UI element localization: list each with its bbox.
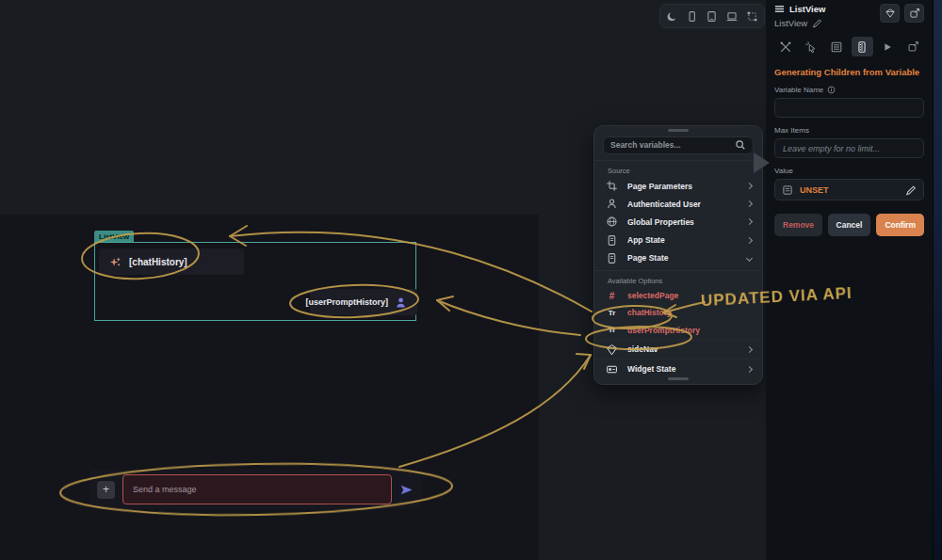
panel-actions: Remove Cancel Confirm [774,214,924,236]
variable-name-input[interactable] [774,98,924,118]
variable-name-label: Variable Name [774,86,924,94]
chevron-right-icon [746,200,753,207]
search-icon [735,139,746,151]
option-item-widget-state[interactable]: Widget State [594,360,762,377]
hash-icon: # [605,289,619,303]
gem-button[interactable] [880,4,900,23]
widget-icon [605,362,619,376]
value-text: UNSET [800,185,899,195]
popup-drag-handle[interactable] [668,377,689,380]
cancel-button[interactable]: Cancel [828,214,871,236]
available-options-label: Available Options [594,271,762,287]
desktop-wallpaper-strip [933,0,942,560]
hamburger-icon [774,4,785,14]
canvas-select-icon[interactable] [744,8,761,24]
chevron-right-icon [746,183,753,189]
chat-input-bar: + [89,470,421,509]
popup-divider [594,340,762,341]
remove-button[interactable]: Remove [774,214,822,236]
tab-export-icon[interactable] [902,37,924,56]
add-attachment-button[interactable]: + [97,481,115,499]
canvas-listview-frame[interactable]: ListView [chatHistory] [userPromptHistor… [94,242,416,321]
properties-panel: ListView ListView [766,0,933,560]
source-item-app-state[interactable]: App State [594,232,762,249]
person-icon [394,296,408,310]
panel-header: ListView ListView [774,4,924,28]
panel-tabs [774,37,924,56]
user-icon [605,197,619,211]
section-title: Generating Children from Variable [774,67,924,77]
device-preview-toolbar [659,4,765,28]
user-prompt-history-label: [userPromptHistory] [305,297,388,307]
value-label: Value [774,167,924,175]
tab-style-tools-icon[interactable] [774,37,796,56]
option-item-side-nav[interactable]: sideNav [594,342,762,358]
text-type-icon: Tr [605,323,619,337]
user-prompt-history-binding-chip[interactable]: [userPromptHistory] [310,289,417,315]
popup-drag-handle[interactable] [668,129,689,132]
gem-icon [605,343,619,357]
listview-selection-tag: ListView [94,231,134,242]
tablet-icon[interactable] [704,8,721,24]
variables-popup: Source Page Parameters Authenticated Use… [593,125,763,385]
component-name-row[interactable]: ListView [774,18,875,28]
source-section-label: Source [594,161,762,177]
chevron-right-icon [746,366,753,373]
sparkle-icon [108,255,122,269]
option-item-chat-history[interactable]: Tr chatHistory [594,304,762,321]
popup-divider [594,359,762,360]
breadcrumb[interactable]: ListView [774,4,875,14]
component-name-label: ListView [774,18,807,28]
popup-anchor-arrow [754,152,770,173]
variable-search-field[interactable] [603,136,754,154]
pencil-icon[interactable] [812,18,822,28]
laptop-icon[interactable] [723,8,740,24]
confirm-button[interactable]: Confirm [876,214,924,236]
text-type-icon: Tr [605,306,619,320]
tab-data-binding-icon[interactable] [852,37,873,56]
smartphone-icon[interactable] [684,8,701,24]
source-item-global-properties[interactable]: Global Properties [594,213,762,231]
chevron-right-icon [746,346,753,353]
globe-icon [605,215,619,229]
option-item-selected-page[interactable]: # selectedPage [594,287,762,304]
tab-play-icon[interactable] [877,37,899,56]
message-input[interactable] [122,474,392,504]
pencil-icon[interactable] [905,184,917,196]
tab-interactions-icon[interactable] [800,37,821,56]
app-window: ListView [chatHistory] [userPromptHistor… [0,0,942,560]
source-item-page-state[interactable]: Page State [594,249,762,267]
source-item-authenticated-user[interactable]: Authenticated User [594,195,762,213]
chevron-right-icon [746,218,753,225]
tab-list-icon[interactable] [825,37,847,56]
chat-history-label: [chatHistory] [129,257,187,267]
max-items-input[interactable] [774,138,924,158]
variable-search-input[interactable] [610,140,730,150]
moon-icon[interactable] [663,8,680,24]
chevron-down-icon [746,255,753,262]
variable-source-icon [782,184,793,196]
option-item-user-prompt-history[interactable]: Tr userPromptHistory [594,322,762,339]
chat-history-binding-chip[interactable]: [chatHistory] [99,248,244,275]
max-items-label: Max Items [774,126,924,135]
chevron-right-icon [746,237,753,244]
export-button[interactable] [904,4,924,23]
send-icon[interactable] [399,483,414,497]
value-field[interactable]: UNSET [774,179,924,200]
device-icon [605,251,619,265]
device-icon [605,233,619,248]
breadcrumb-label: ListView [789,4,825,14]
info-icon [827,86,836,94]
source-item-page-parameters[interactable]: Page Parameters [594,177,762,195]
frame-icon [605,179,619,193]
